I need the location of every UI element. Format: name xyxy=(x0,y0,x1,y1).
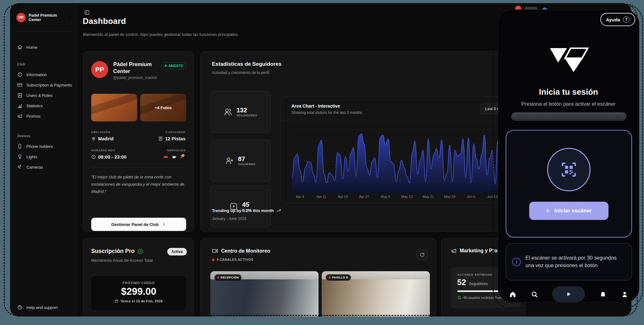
help-button[interactable]: Ayuda ? xyxy=(600,13,635,26)
next-charge-amount: $299.00 xyxy=(91,286,186,297)
sidebar-toggle-button[interactable] xyxy=(84,9,90,15)
red-dot-icon xyxy=(212,259,214,261)
sidebar-item-cameras[interactable]: Cameras xyxy=(14,162,73,172)
stat-value: 45 xyxy=(242,201,252,208)
qr-code-icon xyxy=(560,161,577,178)
trend-text: Trending up by 5.2% this month xyxy=(212,208,281,213)
start-scanner-label: Iniciar escáner xyxy=(554,208,592,214)
id-book-icon xyxy=(17,93,22,98)
nav-notifications-button[interactable] xyxy=(599,290,607,298)
sidebar-item-information[interactable]: Information xyxy=(14,70,73,79)
smartphone-icon xyxy=(17,144,22,149)
home-icon xyxy=(17,45,22,50)
start-scanner-button[interactable]: Iniciar escáner xyxy=(529,202,608,220)
capacity-text: 12 Pistas xyxy=(165,136,186,141)
rec-dot-icon xyxy=(217,277,219,278)
club-photo-1[interactable] xyxy=(91,94,137,121)
help-button-label: Ayuda xyxy=(606,17,620,22)
sidebar: PP Padel Premium Center Home Club Inform… xyxy=(10,3,77,317)
nav-play-button[interactable] xyxy=(552,286,585,302)
map-pin-icon xyxy=(91,136,96,141)
club-avatar: PP xyxy=(91,61,108,78)
sidebar-item-phone-holders[interactable]: Phone holders xyxy=(14,142,73,151)
x-tick: Apr 19 xyxy=(333,195,352,199)
club-name-line2: Center xyxy=(113,68,152,75)
area-chart-svg xyxy=(291,123,512,193)
login-subtitle: Presiona el botón para activar el escáne… xyxy=(498,101,639,107)
camera-feed-reception[interactable]: RECEPCIÓN xyxy=(210,271,319,317)
sidebar-item-help-support[interactable]: Help and support xyxy=(14,303,73,312)
sidebar-item-users-roles[interactable]: Users & Roles xyxy=(14,91,73,100)
x-tick: Jun 5 xyxy=(462,195,480,199)
x-tick: May 13 xyxy=(397,195,416,199)
scanner-info-box: i El escáner se activará por 30 segundos… xyxy=(506,243,632,280)
stat-label: SEGUIDORES xyxy=(236,114,257,117)
x-tick: Apr 27 xyxy=(355,195,374,199)
sidebar-item-home[interactable]: Home xyxy=(14,42,73,52)
services-label: SERVICIOS xyxy=(167,148,186,152)
more-photos-overlay[interactable]: +4 Fotos xyxy=(140,94,186,121)
play-icon xyxy=(546,209,550,213)
feed-label: RECEPCIÓN xyxy=(214,274,242,281)
sidebar-item-label: Help and support xyxy=(26,305,58,310)
sidebar-item-promos[interactable]: Promos xyxy=(14,111,73,121)
x-tick: May 5 xyxy=(376,195,395,199)
stat-tile-siguiendo[interactable]: 87SIGUIENDO xyxy=(210,140,271,182)
brand-name: Padel Premium Center xyxy=(29,13,65,22)
cctv-icon xyxy=(17,165,22,170)
scanner-target-circle[interactable] xyxy=(547,148,591,191)
megaphone-icon xyxy=(451,248,457,254)
bell-icon xyxy=(599,291,607,298)
sidebar-item-label: Subscription & Payments xyxy=(26,83,72,87)
bell-icon xyxy=(457,295,461,300)
location-value: Madrid xyxy=(91,136,114,141)
refresh-button[interactable] xyxy=(416,249,428,261)
info-icon xyxy=(17,72,22,77)
check-circle-icon xyxy=(137,249,143,254)
club-handle: @padel_premium_madrid xyxy=(113,76,157,80)
car-icon xyxy=(163,154,169,160)
nav-home-button[interactable] xyxy=(509,290,516,298)
sidebar-item-label: Information xyxy=(26,72,47,77)
x-tick: Apr 11 xyxy=(312,195,331,199)
stats-title: Estadísticas de Seguidores xyxy=(212,61,281,67)
followers-stats-card: Estadísticas de Seguidores Actividad y c… xyxy=(200,51,526,232)
stat-tile-seguidores[interactable]: 132SEGUIDORES xyxy=(210,91,271,133)
lightbulb-icon xyxy=(17,154,22,159)
feed-label-text: PASILLO N xyxy=(332,276,348,279)
x-tick: May 29 xyxy=(440,195,459,199)
chevrons-up-down-icon xyxy=(68,16,72,20)
status-badge-open: ABIERTO xyxy=(161,62,187,69)
chart-header-divider xyxy=(280,120,523,120)
building-icon xyxy=(158,136,163,141)
x-tick: May 21 xyxy=(419,195,438,199)
chart-subtitle: Showing total visitors for the last 3 mo… xyxy=(291,110,362,115)
sidebar-item-subscription-payments[interactable]: Subscription & Payments xyxy=(14,80,73,90)
stat-tile-clips[interactable]: 45CLIPS xyxy=(210,185,271,227)
club-name-line1: Pádel Premium xyxy=(113,61,152,68)
sidebar-item-label: Users & Roles xyxy=(26,93,53,98)
hours-text: 08:00 - 23:00 xyxy=(98,154,126,160)
club-photo-2[interactable]: +4 Fotos xyxy=(140,94,186,121)
sidebar-item-label: Phone holders xyxy=(26,144,53,149)
sidebar-item-lights[interactable]: Lights xyxy=(14,152,73,161)
sidebar-divider xyxy=(16,31,70,32)
sidebar-item-label: Promos xyxy=(26,114,41,119)
trend-range: January - June 2024 xyxy=(212,216,246,221)
services-icons xyxy=(163,154,186,160)
x-tick: Apr 4 xyxy=(291,195,309,199)
next-charge-label: PRÓXIMO CARGO xyxy=(91,281,186,285)
chart-x-axis: Apr 4Apr 11Apr 19Apr 27May 5May 13May 21… xyxy=(291,195,512,200)
camera-feed-pasillo[interactable]: PASILLO N xyxy=(322,271,430,317)
nav-search-button[interactable] xyxy=(530,290,538,298)
trending-up-icon xyxy=(276,208,281,213)
hours-value: 08:00 - 23:00 xyxy=(91,154,126,160)
area-chart[interactable] xyxy=(291,123,512,193)
nav-profile-button[interactable] xyxy=(621,290,628,298)
workspace-switcher[interactable]: PP Padel Premium Center xyxy=(16,13,72,23)
page-subtitle: Bienvenido al panel de control. Aquí pue… xyxy=(83,32,239,37)
manage-club-button[interactable]: Gestionar Panel de Club xyxy=(91,218,186,231)
sidebar-item-statistics[interactable]: Statistics xyxy=(14,101,73,110)
club-profile-card: PP Pádel Premium Center @padel_premium_m… xyxy=(83,51,194,232)
play-icon xyxy=(566,291,571,297)
